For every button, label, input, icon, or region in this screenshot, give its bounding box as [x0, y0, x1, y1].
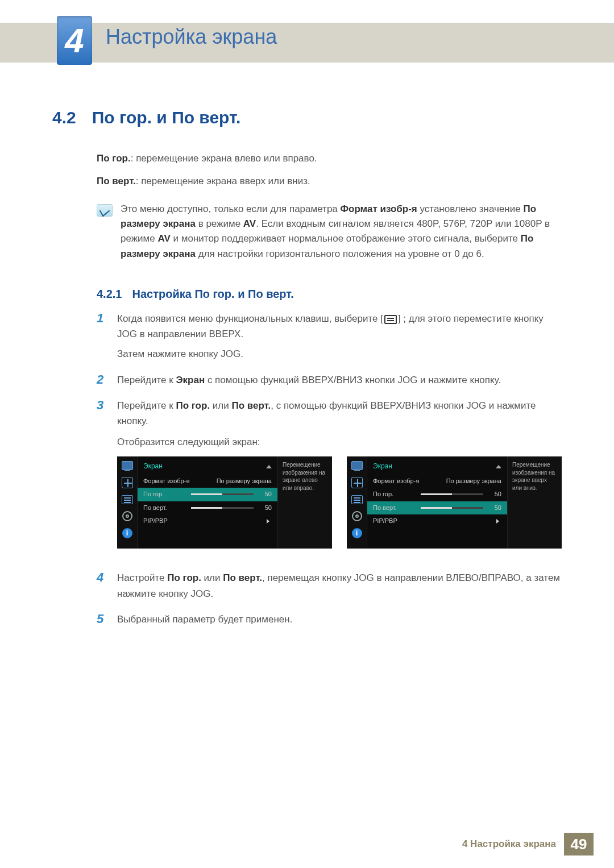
gear-icon	[122, 511, 132, 521]
step-4-text: Настройте По гор. или По верт., перемеща…	[117, 570, 562, 601]
footer-chapter-label: 4 Настройка экрана	[462, 838, 556, 850]
gear-icon	[352, 511, 362, 521]
info-icon: i	[122, 528, 132, 538]
osd-row-label: По верт.	[143, 503, 167, 513]
osd-row-value: По размеру экрана	[446, 476, 501, 487]
screen-icon	[122, 461, 133, 470]
hpos-desc: По гор.: перемещение экрана влево или вп…	[97, 151, 562, 166]
subsection-heading: 4.2.1Настройка По гор. и По верт.	[97, 288, 562, 301]
step-number: 4	[97, 570, 108, 601]
step-5-text: Выбранный параметр будет применен.	[117, 612, 562, 627]
osd-value: 50	[487, 503, 501, 513]
osd-row-value: По размеру экрана	[217, 476, 272, 487]
step-number: 1	[97, 311, 108, 362]
osd-row-label: PIP/PBP	[143, 516, 168, 526]
list-icon	[351, 495, 363, 504]
osd-title: Экран	[373, 461, 392, 472]
osd-row-label: Формат изобр-я	[143, 476, 189, 487]
vpos-desc: По верт.: перемещение экрана вверх или в…	[97, 174, 562, 189]
osd-value: 50	[257, 489, 272, 500]
osd-value: 50	[487, 489, 501, 500]
up-arrow-icon	[266, 465, 272, 468]
osd-screenshot-vpos: i Экран Формат изобр-яПо размеру экрана …	[347, 456, 562, 549]
chapter-title: Настройка экрана	[106, 25, 277, 49]
step-1-text: Когда появится меню функциональных клави…	[117, 311, 562, 362]
step-number: 3	[97, 398, 108, 560]
step-number: 2	[97, 372, 108, 388]
chevron-right-icon	[496, 519, 499, 524]
list-icon	[122, 495, 133, 504]
osd-description: Перемещение изображения на экране вверх …	[507, 456, 562, 549]
osd-row-label: По верт.	[373, 503, 397, 513]
header-band	[0, 23, 614, 63]
osd-row-label: По гор.	[143, 489, 164, 500]
step-2-text: Перейдите к Экран с помощью функций ВВЕР…	[117, 372, 562, 388]
osd-sidebar: i	[347, 456, 367, 549]
section-number: 4.2	[52, 108, 76, 127]
section-title: По гор. и По верт.	[92, 108, 241, 127]
osd-title: Экран	[143, 461, 163, 472]
up-arrow-icon	[496, 465, 501, 468]
page-number: 49	[564, 833, 594, 855]
position-icon	[122, 477, 133, 488]
osd-row-label: По гор.	[373, 489, 393, 500]
osd-row-label: Формат изобр-я	[373, 476, 419, 487]
info-icon: i	[352, 528, 362, 538]
osd-sidebar: i	[117, 456, 138, 549]
osd-description: Перемещение изображения на экране влево …	[277, 456, 332, 549]
osd-screenshot-hpos: i Экран Формат изобр-яПо размеру экрана …	[117, 456, 332, 549]
chapter-number-badge: 4	[57, 16, 92, 65]
chevron-right-icon	[267, 519, 269, 524]
note-block: Это меню доступно, только если для парам…	[97, 202, 562, 269]
page-footer: 4 Настройка экрана 49	[0, 833, 614, 855]
screen-icon	[351, 461, 363, 470]
step-number: 5	[97, 612, 108, 627]
step-3-text: Перейдите к По гор. или По верт., с помо…	[117, 398, 562, 560]
osd-row-label: PIP/PBP	[373, 516, 397, 526]
osd-value: 50	[257, 503, 272, 513]
menu-icon	[384, 315, 397, 324]
note-icon	[97, 204, 113, 217]
position-icon	[351, 477, 363, 488]
note-text: Это меню доступно, только если для парам…	[121, 202, 562, 261]
